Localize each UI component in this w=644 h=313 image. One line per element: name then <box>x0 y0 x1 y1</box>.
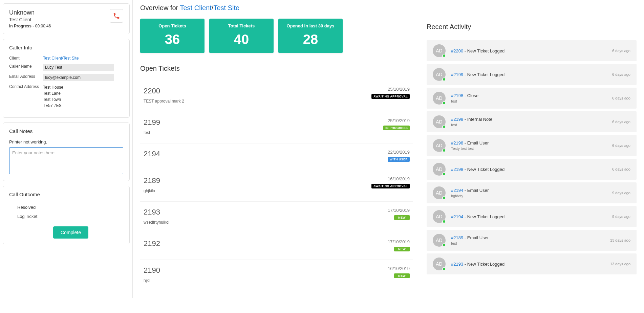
stat-value: 28 <box>278 32 343 47</box>
activity-ticket-link[interactable]: #2194 <box>451 188 463 193</box>
ticket-row[interactable]: 2194 22/10/2019 WITH USER <box>140 143 413 170</box>
ticket-row[interactable]: 2199 test 25/10/2019 IN PROGRESS <box>140 112 413 143</box>
ticket-date: 17/10/2019 <box>388 239 410 244</box>
email-input[interactable] <box>43 74 114 81</box>
avatar: AD <box>433 210 446 223</box>
hangup-button[interactable] <box>110 9 123 23</box>
main-center: Overview for Test Client/Test Site Open … <box>140 4 413 291</box>
activity-title: #2198 - Email User <box>451 140 607 146</box>
ticket-row[interactable]: 2193 wsedfrtyhuikol 17/10/2019 NEW <box>140 202 413 233</box>
overview-heading: Overview for Test Client/Test Site <box>140 4 413 12</box>
activity-ticket-link[interactable]: #2199 <box>451 72 463 77</box>
recent-activity-heading: Recent Activity <box>427 23 637 31</box>
stat-card: Open Tickets 36 <box>140 19 205 53</box>
presence-dot <box>442 172 446 176</box>
activity-time: 6 days ago <box>612 49 630 53</box>
avatar: AD <box>433 68 446 81</box>
ticket-number: 2193 <box>144 208 169 217</box>
presence-dot <box>442 54 446 58</box>
avatar: AD <box>433 115 446 128</box>
status-badge: WITH USER <box>388 157 410 162</box>
activity-ticket-link[interactable]: #2193 <box>451 262 463 267</box>
notes-textarea[interactable] <box>9 147 123 174</box>
stat-card: Opened in last 30 days 28 <box>278 19 343 53</box>
ticket-number: 2200 <box>144 87 184 95</box>
activity-row[interactable]: AD #2198 - New Ticket Logged 6 days ago <box>427 159 637 180</box>
open-tickets-heading: Open Tickets <box>140 65 413 72</box>
caller-client: Test Client <box>9 17 51 22</box>
activity-row[interactable]: AD #2194 - Email User hgfddty 9 days ago <box>427 182 637 203</box>
status-badge: AWAITING APPROVAL <box>371 184 410 188</box>
activity-title: #2198 - Close <box>451 93 607 98</box>
complete-button[interactable]: Complete <box>53 226 88 239</box>
overview-client-link[interactable]: Test Client <box>180 4 211 12</box>
activity-time: 6 days ago <box>612 120 630 124</box>
presence-dot <box>442 77 446 81</box>
caller-info-card: Caller Info Client Test Client/Test Site… <box>3 39 130 118</box>
outcome-resolved[interactable]: Resolved <box>17 203 123 212</box>
ticket-desc: TEST approval mark 2 <box>144 99 184 104</box>
avatar: AD <box>433 92 446 105</box>
activity-row[interactable]: AD #2200 - New Ticket Logged 6 days ago <box>427 40 637 61</box>
activity-ticket-link[interactable]: #2194 <box>451 214 463 219</box>
activity-ticket-link[interactable]: #2189 <box>451 235 463 240</box>
ticket-number: 2190 <box>144 266 160 275</box>
activity-ticket-link[interactable]: #2198 <box>451 140 463 146</box>
client-link[interactable]: Test Client/Test Site <box>43 56 79 61</box>
avatar: AD <box>433 186 446 199</box>
activity-title: #2189 - Email User <box>451 235 605 240</box>
status-badge: IN PROGRESS <box>383 126 410 130</box>
phone-icon <box>113 12 120 20</box>
activity-row[interactable]: AD #2198 - Internal Note test 6 days ago <box>427 111 637 132</box>
avatar: AD <box>433 258 446 270</box>
caller-name: Unknown <box>9 9 51 16</box>
activity-row[interactable]: AD #2198 - Close test 6 days ago <box>427 88 637 109</box>
presence-dot <box>442 243 446 247</box>
email-label: Email Address <box>9 74 43 81</box>
ticket-row[interactable]: 2192 17/10/2019 NEW <box>140 233 413 260</box>
activity-time: 6 days ago <box>612 72 630 76</box>
client-label: Client <box>9 56 43 61</box>
presence-dot <box>442 125 446 129</box>
activity-sub: test <box>451 99 607 103</box>
activity-title: #2193 - New Ticket Logged <box>451 262 605 267</box>
status-badge: NEW <box>394 273 410 278</box>
caller-name-label: Caller Name <box>9 64 43 71</box>
ticket-desc: ghjkilo <box>144 188 160 193</box>
ticket-desc: hjkl <box>144 278 160 283</box>
activity-row[interactable]: AD #2198 - Email User Testy test test 6 … <box>427 135 637 156</box>
ticket-number: 2192 <box>144 239 160 248</box>
address-label: Contact Address <box>9 84 43 109</box>
ticket-row[interactable]: 2190 hjkl 16/10/2019 NEW <box>140 260 413 291</box>
activity-row[interactable]: AD #2189 - Email User test 13 days ago <box>427 230 637 251</box>
activity-sub: hgfddty <box>451 194 607 198</box>
overview-site-link[interactable]: Test Site <box>213 4 239 12</box>
presence-dot <box>442 196 446 200</box>
presence-dot <box>442 101 446 105</box>
activity-ticket-link[interactable]: #2198 <box>451 167 463 172</box>
activity-row[interactable]: AD #2199 - New Ticket Logged 6 days ago <box>427 64 637 85</box>
activity-title: #2198 - New Ticket Logged <box>451 167 607 172</box>
activity-row[interactable]: AD #2194 - New Ticket Logged 9 days ago <box>427 206 637 227</box>
call-notes-heading: Call Notes <box>9 128 123 134</box>
ticket-date: 16/10/2019 <box>388 266 410 271</box>
ticket-row[interactable]: 2200 TEST approval mark 2 25/10/2019 AWA… <box>140 81 413 112</box>
ticket-desc: wsedfrtyhuikol <box>144 220 169 225</box>
presence-dot <box>442 267 446 271</box>
caller-status: In Progress - 00:00:46 <box>9 24 51 28</box>
activity-ticket-link[interactable]: #2200 <box>451 48 463 53</box>
activity-ticket-link[interactable]: #2198 <box>451 117 463 122</box>
activity-row[interactable]: AD #2193 - New Ticket Logged 13 days ago <box>427 253 637 274</box>
caller-name-input[interactable] <box>43 64 114 71</box>
avatar: AD <box>433 234 446 247</box>
stat-card: Total Tickets 40 <box>209 19 274 53</box>
stat-value: 36 <box>140 32 205 47</box>
avatar: AD <box>433 139 446 152</box>
activity-time: 6 days ago <box>612 143 630 148</box>
outcome-log-ticket[interactable]: Log Ticket <box>17 212 123 221</box>
activity-panel: Recent Activity AD #2200 - New Ticket Lo… <box>427 4 637 291</box>
ticket-row[interactable]: 2189 ghjkilo 16/10/2019 AWAITING APPROVA… <box>140 170 413 202</box>
activity-ticket-link[interactable]: #2198 <box>451 93 463 98</box>
stat-value: 40 <box>209 32 274 47</box>
ticket-number: 2194 <box>144 150 160 158</box>
